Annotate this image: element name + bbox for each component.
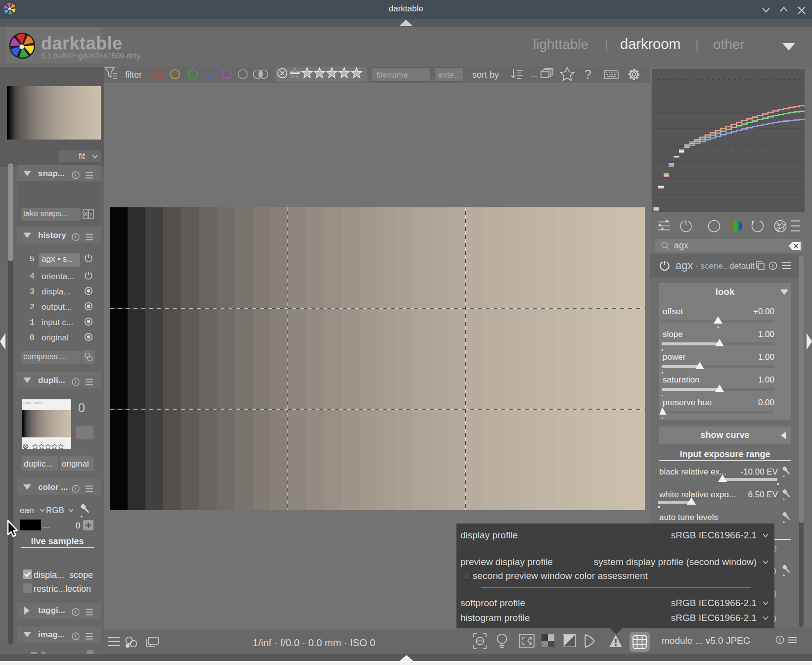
svg-text:?: ?	[585, 67, 591, 81]
svg-text:...: ...	[531, 70, 538, 78]
